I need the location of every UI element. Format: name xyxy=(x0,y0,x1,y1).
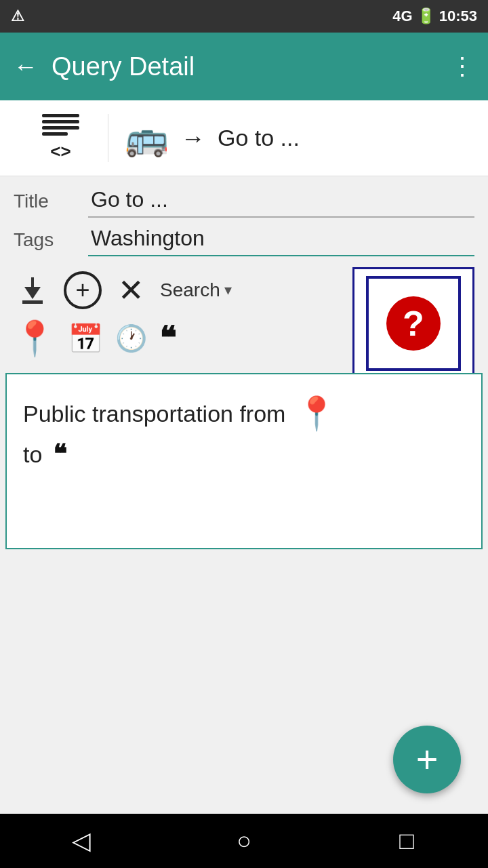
tags-field: Tags xyxy=(14,222,474,260)
more-options-button[interactable]: ⋮ xyxy=(450,52,474,81)
page-title: Query Detail xyxy=(52,52,450,81)
nav-bar: ◁ ○ □ xyxy=(0,814,488,868)
toolbar-row-2: 📍 📅 🕐 ❝ xyxy=(14,319,232,358)
title-field: Title xyxy=(14,183,474,222)
signal-text: 4G xyxy=(392,7,412,25)
location-pin-button[interactable]: 📍 xyxy=(14,319,56,358)
inline-quote-icon: ❝ xyxy=(53,439,66,469)
toolbar-left: + ✕ Search ▾ 📍 📅 🕐 xyxy=(14,271,232,358)
title-input[interactable] xyxy=(88,183,474,218)
query-line-to: to ❝ xyxy=(23,439,465,469)
code-brackets-icon: <> xyxy=(50,141,70,162)
query-to-text: to xyxy=(23,441,42,468)
fab-plus-icon: + xyxy=(416,741,439,778)
preview-goto-text: Go to ... xyxy=(218,125,300,151)
fab-add-button[interactable]: + xyxy=(393,726,461,793)
preview-right: 🚌 → Go to ... xyxy=(108,117,474,159)
pin-icon: 📍 xyxy=(14,319,56,358)
query-from-text: Public transportation from xyxy=(23,401,285,427)
time-display: 10:53 xyxy=(439,7,477,25)
status-bar: ⚠ 4G 🔋 10:53 xyxy=(0,0,488,33)
warning-icon: ⚠ xyxy=(11,7,24,25)
nav-home-button[interactable]: ○ xyxy=(217,821,271,861)
battery-icon: 🔋 xyxy=(417,7,435,25)
tags-input[interactable] xyxy=(88,222,474,256)
add-button[interactable]: + xyxy=(64,271,102,309)
remove-button[interactable]: ✕ xyxy=(114,273,148,307)
nav-back-button[interactable]: ◁ xyxy=(54,821,108,861)
clock-icon: 🕐 xyxy=(115,323,147,353)
arrow-icon: → xyxy=(181,124,205,153)
title-label: Title xyxy=(14,191,88,218)
quote-icon: ❝ xyxy=(159,320,176,357)
back-button[interactable]: ← xyxy=(14,52,38,81)
preview-left-icon: <> xyxy=(14,114,108,162)
toolbar: + ✕ Search ▾ 📍 📅 🕐 xyxy=(0,260,488,365)
form-section: Title Tags xyxy=(0,176,488,260)
preview-card: <> 🚌 → Go to ... xyxy=(0,100,488,176)
download-button[interactable] xyxy=(14,271,52,309)
question-mark-icon: ? xyxy=(386,296,441,351)
calendar-button[interactable]: 📅 xyxy=(68,322,103,355)
circle-plus-icon: + xyxy=(64,271,102,309)
bus-icon: 🚌 xyxy=(125,117,169,159)
clock-button[interactable]: 🕐 xyxy=(115,323,147,353)
query-line-from: Public transportation from 📍 xyxy=(23,395,465,433)
quote-button[interactable]: ❝ xyxy=(159,320,176,357)
ptg-inner: ? xyxy=(366,276,461,371)
dropdown-arrow-icon: ▾ xyxy=(224,281,232,299)
tags-label: Tags xyxy=(14,229,88,256)
nav-recents-button[interactable]: □ xyxy=(380,821,434,861)
search-label: Search xyxy=(160,279,220,301)
search-dropdown-button[interactable]: Search ▾ xyxy=(160,279,232,301)
inline-pin-icon: 📍 xyxy=(296,395,337,433)
calendar-icon: 📅 xyxy=(68,322,103,355)
query-text-box: Public transportation from 📍 to ❝ xyxy=(5,373,483,549)
toolbar-row-1: + ✕ Search ▾ xyxy=(14,271,232,309)
lines-icon xyxy=(42,114,79,136)
app-bar: ← Query Detail ⋮ xyxy=(0,33,488,100)
x-icon: ✕ xyxy=(114,273,148,307)
